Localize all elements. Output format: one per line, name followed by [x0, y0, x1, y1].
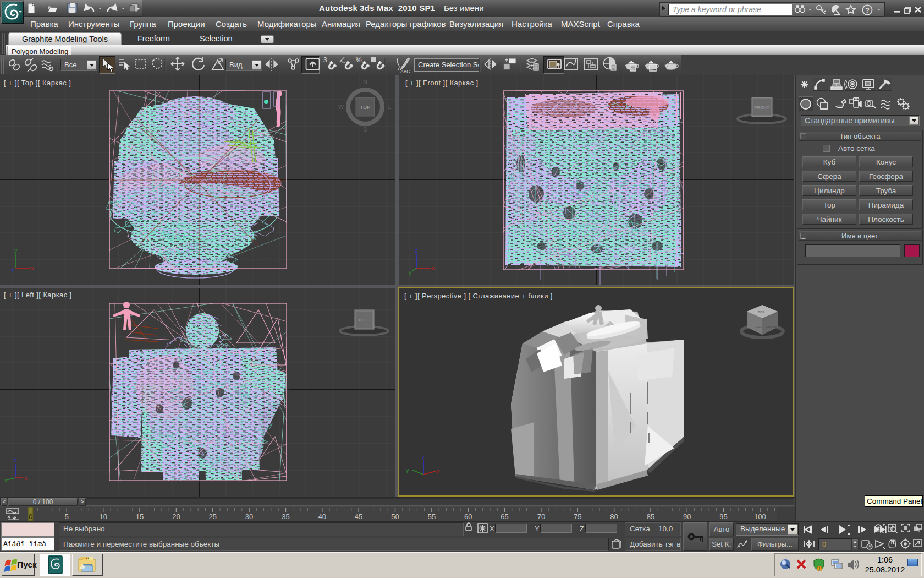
- svg-text:70: 70: [537, 512, 545, 521]
- svg-text:x: x: [432, 265, 435, 271]
- svg-text:W: W: [338, 103, 344, 110]
- svg-text:0: 0: [29, 512, 32, 521]
- svg-text:3: 3: [323, 56, 327, 64]
- svg-text:FRONT: FRONT: [766, 325, 777, 329]
- svg-text:90: 90: [683, 512, 691, 521]
- svg-text:40: 40: [318, 512, 326, 521]
- svg-text:TOP: TOP: [360, 105, 370, 110]
- svg-text:85: 85: [647, 512, 654, 521]
- svg-text:?: ?: [865, 6, 870, 14]
- svg-text:10: 10: [99, 512, 107, 521]
- svg-text:z: z: [415, 247, 418, 254]
- svg-text:S: S: [363, 126, 367, 133]
- svg-text:65: 65: [501, 512, 508, 521]
- svg-text:ABC: ABC: [400, 69, 410, 74]
- svg-text:80: 80: [610, 512, 618, 521]
- svg-text:E: E: [387, 103, 391, 110]
- svg-text:55: 55: [428, 512, 436, 521]
- svg-text:z: z: [11, 267, 14, 274]
- svg-text:75: 75: [574, 512, 581, 521]
- svg-text:x: x: [437, 468, 440, 475]
- svg-text:!: !: [819, 566, 820, 571]
- svg-text:y: y: [14, 247, 18, 254]
- svg-text:TOP: TOP: [758, 310, 765, 314]
- svg-text:95: 95: [719, 512, 727, 521]
- svg-text:x: x: [31, 265, 34, 271]
- svg-text:FRONT: FRONT: [754, 105, 769, 110]
- svg-text:%: %: [356, 56, 362, 64]
- svg-text:y: y: [406, 467, 409, 473]
- svg-text:50: 50: [391, 512, 399, 521]
- svg-text:N: N: [363, 79, 367, 85]
- svg-text:x: x: [24, 475, 28, 481]
- svg-text:z: z: [14, 457, 17, 464]
- svg-text:45: 45: [355, 512, 362, 521]
- svg-text:z: z: [422, 454, 425, 460]
- svg-text:LEFT: LEFT: [755, 325, 763, 329]
- svg-text:y: y: [409, 269, 412, 276]
- svg-text:LEFT: LEFT: [359, 318, 370, 323]
- svg-text:y: y: [4, 477, 8, 483]
- svg-text:5: 5: [65, 512, 69, 521]
- svg-text:20: 20: [172, 512, 180, 521]
- svg-text:25: 25: [209, 512, 217, 521]
- svg-text:30: 30: [245, 512, 253, 521]
- svg-text:100: 100: [754, 512, 766, 521]
- svg-text:60: 60: [464, 512, 472, 521]
- svg-text:35: 35: [282, 512, 289, 521]
- svg-text:15: 15: [136, 512, 144, 521]
